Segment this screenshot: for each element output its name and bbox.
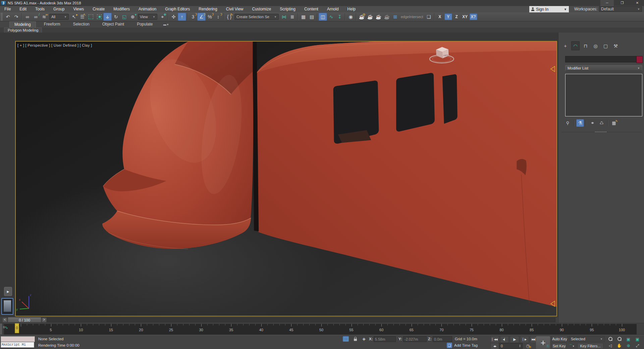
frame-tick[interactable] <box>39 324 39 326</box>
select-and-rotate-icon[interactable]: ↻ <box>112 13 120 21</box>
frame-tick[interactable] <box>129 324 129 326</box>
frame-tick[interactable] <box>532 324 532 327</box>
frame-tick[interactable] <box>237 324 237 326</box>
auto-key-button[interactable]: Auto Key <box>552 336 568 342</box>
isolate-selection-toggle[interactable] <box>343 336 349 342</box>
next-frame-button[interactable]: ▏▶ <box>520 336 529 343</box>
select-and-manipulate-icon[interactable]: ✣ <box>169 13 178 21</box>
ribbon-tab-object-paint[interactable]: Object Paint <box>98 21 129 27</box>
toggle-ribbon-icon[interactable]: ◫ <box>319 13 327 21</box>
frame-tick[interactable] <box>574 324 574 326</box>
tab-hierarchy[interactable]: ⊓ <box>581 41 590 50</box>
frame-tick[interactable] <box>604 324 604 326</box>
previous-frame-arrow[interactable]: < <box>3 318 7 322</box>
frame-tick[interactable] <box>111 324 111 327</box>
frame-tick[interactable] <box>189 324 190 326</box>
frame-tick[interactable] <box>327 324 328 326</box>
render-iterative-icon[interactable]: ☕ <box>383 13 391 21</box>
frame-tick[interactable] <box>453 324 454 326</box>
frame-tick[interactable] <box>267 324 268 326</box>
axis-z-button[interactable]: Z <box>453 13 461 20</box>
menu-arnold[interactable]: Arnold <box>323 6 343 12</box>
object-name-field[interactable] <box>565 56 637 62</box>
frame-tick[interactable] <box>502 324 502 327</box>
frame-tick[interactable] <box>219 324 219 326</box>
frame-tick[interactable] <box>255 324 256 326</box>
key-mode-toggle[interactable]: ◀▶ <box>490 343 499 349</box>
frame-tick[interactable] <box>418 324 418 326</box>
zoom-extents-all-icon[interactable]: ▣ <box>633 336 642 342</box>
frame-tick[interactable] <box>586 324 586 326</box>
frame-tick[interactable] <box>243 324 244 326</box>
set-key-button[interactable]: Set Key <box>552 343 567 349</box>
tab-display[interactable]: ▢ <box>601 41 610 50</box>
frame-tick[interactable] <box>99 324 99 326</box>
frame-tick[interactable] <box>105 324 105 326</box>
frame-tick[interactable] <box>339 324 340 326</box>
zoom-extents-icon[interactable]: ▣ <box>624 336 633 342</box>
frame-tick[interactable] <box>381 324 382 327</box>
frame-tick[interactable] <box>466 324 466 326</box>
rendered-frame-window-icon[interactable]: ☕ <box>366 13 374 21</box>
sign-in-button[interactable]: Sign In ▼ <box>529 6 569 12</box>
zoom-all-icon[interactable] <box>615 336 624 342</box>
frame-tick[interactable] <box>249 324 250 326</box>
modifier-stack-list[interactable] <box>565 74 642 116</box>
viewport-label[interactable]: [ + ] [ Perspective ] [ User Defined ] [… <box>17 43 92 47</box>
key-filters-button[interactable]: Key Filters... <box>577 343 603 349</box>
viewport-layout-tab[interactable] <box>1 298 13 315</box>
frame-tick[interactable] <box>303 324 304 326</box>
frame-tick[interactable] <box>345 324 346 326</box>
frame-tick[interactable] <box>435 324 436 326</box>
panel-divider[interactable] <box>561 132 642 132</box>
ribbon-tab-modeling[interactable]: Modeling <box>9 21 36 28</box>
frame-tick[interactable] <box>610 324 610 326</box>
modifier-list-dropdown[interactable]: Modifier List ▼ <box>565 65 642 71</box>
frame-tick[interactable] <box>375 324 376 326</box>
frame-tick[interactable] <box>508 324 508 326</box>
previous-frame-button[interactable]: ◀▏ <box>500 336 509 343</box>
redo-icon[interactable]: ↷ <box>12 13 20 21</box>
frame-tick[interactable] <box>201 324 202 327</box>
frame-tick[interactable] <box>598 324 598 326</box>
frame-tick[interactable] <box>63 324 63 326</box>
frame-tick[interactable] <box>147 324 147 326</box>
frame-tick[interactable] <box>231 324 231 327</box>
viewport-layout-expand-button[interactable]: ▶ <box>4 287 12 296</box>
axis-x-button[interactable]: X <box>436 13 444 20</box>
ribbon-tab-selection[interactable]: Selection <box>68 21 94 27</box>
frame-tick[interactable] <box>159 324 159 326</box>
menu-help[interactable]: Help <box>343 6 360 12</box>
frame-tick[interactable] <box>273 324 274 326</box>
menu-customize[interactable]: Customize <box>248 6 276 12</box>
default-in-out-tangents-icon[interactable]: ⌒▾ <box>568 343 575 349</box>
tab-create[interactable]: + <box>561 41 570 50</box>
edit-named-selection-sets-icon[interactable]: { }✎ <box>225 13 233 21</box>
angle-snap-toggle-icon[interactable]: ∠ʔ <box>197 13 206 21</box>
axis-y-button[interactable]: Y <box>444 13 452 20</box>
frame-tick[interactable] <box>153 324 153 326</box>
field-of-view-icon[interactable]: ◁ <box>606 342 615 349</box>
frame-tick[interactable] <box>87 324 87 326</box>
frame-tick[interactable] <box>45 324 45 326</box>
selection-lock-toggle[interactable] <box>352 336 358 342</box>
menu-views[interactable]: Views <box>69 6 88 12</box>
material-editor-icon[interactable]: ◉ <box>346 13 355 21</box>
menu-scripting[interactable]: Scripting <box>275 6 300 12</box>
frame-tick[interactable] <box>430 324 430 326</box>
frame-tick[interactable] <box>514 324 514 326</box>
maxscript-mini-listener[interactable]: MAXScript Mi <box>1 342 34 348</box>
frame-tick[interactable] <box>478 324 478 326</box>
frame-tick[interactable] <box>562 324 562 327</box>
edge-intersect-script-icon[interactable]: ⊞ <box>391 13 399 21</box>
pin-stack[interactable]: ⚲ <box>564 119 572 127</box>
frame-tick[interactable] <box>285 324 285 326</box>
frame-tick[interactable] <box>352 324 352 327</box>
orbit-icon[interactable]: ⊕ <box>624 342 633 349</box>
absolute-offset-mode-toggle[interactable]: ◈ <box>361 336 367 342</box>
frame-tick[interactable] <box>550 324 550 326</box>
mini-curve-editor-button[interactable]: ≡∿ <box>3 325 9 332</box>
play-button[interactable]: ▶ <box>510 336 519 343</box>
frame-tick[interactable] <box>472 324 472 327</box>
menu-civil-view[interactable]: Civil View <box>222 6 248 12</box>
